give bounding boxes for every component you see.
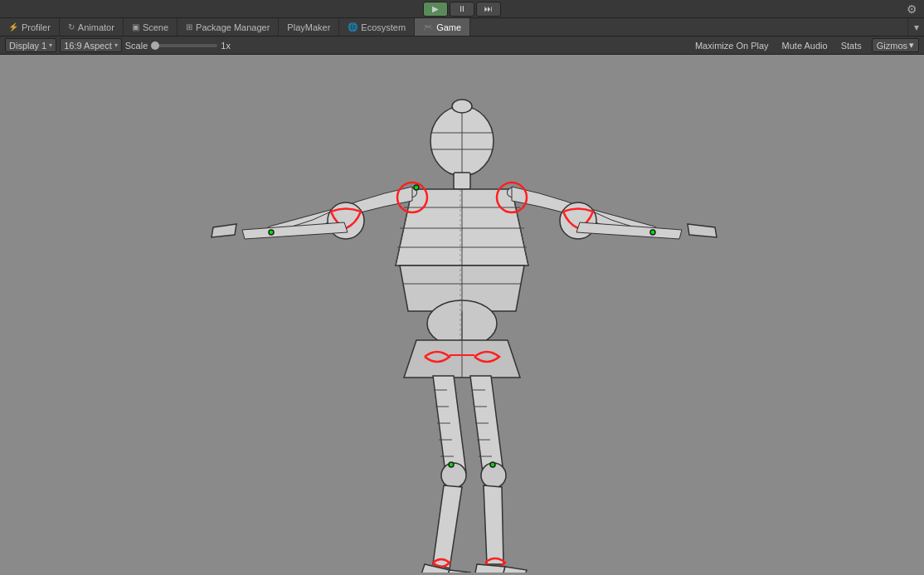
svg-point-19 <box>414 185 419 190</box>
svg-rect-5 <box>454 173 470 189</box>
game-toolbar: Display 1 ▾ 16:9 Aspect ▾ Scale 1x Maxim… <box>0 37 924 55</box>
play-icon: ▶ <box>432 4 439 13</box>
settings-button[interactable]: ⚙ <box>907 2 917 16</box>
svg-point-38 <box>490 462 495 467</box>
svg-point-30 <box>441 463 466 488</box>
profiler-icon: ⚡ <box>8 22 18 32</box>
package-icon: ⊞ <box>186 22 192 32</box>
pause-button[interactable]: ⏸ <box>450 2 474 17</box>
play-button[interactable]: ▶ <box>423 2 448 17</box>
stats-button[interactable]: Stats <box>838 41 865 51</box>
display-dropdown-arrow: ▾ <box>49 41 52 49</box>
gizmos-dropdown-arrow: ▾ <box>909 40 914 51</box>
step-button[interactable]: ⏭ <box>476 2 501 17</box>
svg-point-21 <box>269 230 274 235</box>
scale-slider[interactable] <box>151 44 217 47</box>
tab-animator[interactable]: ↻ Animator <box>60 18 124 36</box>
character-display <box>0 55 924 575</box>
tab-ecosystem[interactable]: 🌐 Ecosystem <box>339 18 415 36</box>
step-icon: ⏭ <box>484 4 493 13</box>
toolbar-right: Maximize On Play Mute Audio Stats Gizmos… <box>692 38 919 52</box>
scene-icon: ▣ <box>132 22 139 32</box>
tab-more-button[interactable]: ▾ <box>907 18 924 36</box>
pause-icon: ⏸ <box>458 4 466 13</box>
tab-scene[interactable]: ▣ Scene <box>124 18 178 36</box>
transport-bar: ▶ ⏸ ⏭ ⚙ <box>0 0 924 18</box>
maximize-on-play-button[interactable]: Maximize On Play <box>692 41 772 51</box>
svg-point-31 <box>449 462 454 467</box>
game-icon: 🎮 <box>423 22 433 32</box>
character-svg <box>89 58 835 573</box>
display-select[interactable]: Display 1 ▾ <box>5 38 56 52</box>
aspect-select[interactable]: 16:9 Aspect ▾ <box>60 38 122 52</box>
tab-package-manager[interactable]: ⊞ Package Manager <box>178 18 279 36</box>
svg-point-24 <box>650 230 655 235</box>
animator-icon: ↻ <box>68 22 75 32</box>
aspect-dropdown-arrow: ▾ <box>114 41 118 49</box>
tab-profiler[interactable]: ⚡ Profiler <box>0 18 60 36</box>
game-viewport <box>0 55 924 575</box>
tab-playmaker[interactable]: PlayMaker <box>279 18 339 36</box>
scale-control: Scale 1x <box>125 41 231 51</box>
gizmos-button[interactable]: Gizmos ▾ <box>872 38 919 52</box>
svg-point-4 <box>452 100 472 113</box>
mute-audio-button[interactable]: Mute Audio <box>779 41 831 51</box>
scale-label: Scale <box>125 41 148 51</box>
ecosystem-icon: 🌐 <box>348 22 357 32</box>
scale-value: 1x <box>221 41 231 51</box>
tab-bar: ⚡ Profiler ↻ Animator ▣ Scene ⊞ Package … <box>0 18 924 37</box>
tab-game[interactable]: 🎮 Game <box>415 18 470 36</box>
